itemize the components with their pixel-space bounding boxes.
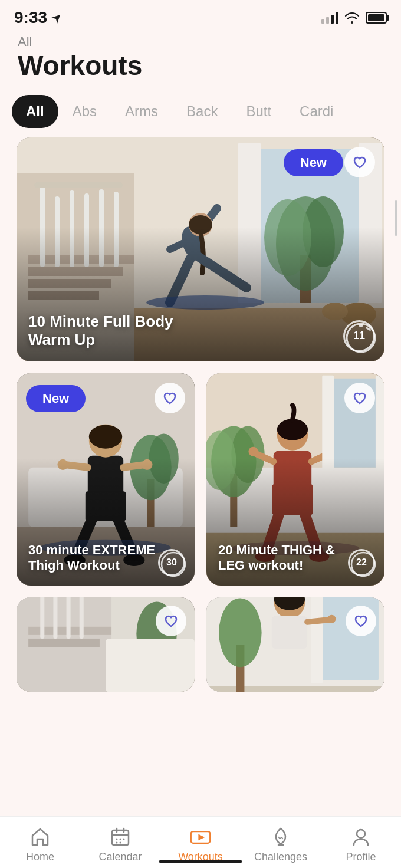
nav-label-home: Home [26,851,54,863]
card-title-1: 10 Minute Full BodyWarm Up [28,313,349,349]
filter-tab-cardio[interactable]: Cardi [285,95,347,128]
home-icon [29,826,51,847]
battery-icon [366,12,387,24]
svg-rect-89 [106,639,195,692]
page-title: Workouts [18,51,383,81]
heart-button-3[interactable] [344,383,375,413]
filter-tab-all[interactable]: All [12,95,58,128]
svg-point-42 [89,425,122,448]
svg-point-66 [248,446,258,456]
workout-card-4[interactable] [17,597,195,692]
svg-point-109 [120,842,121,844]
timer-badge-2: 30 [158,549,185,576]
breadcrumb: All [18,34,383,50]
navigation-icon [51,11,64,24]
svg-point-105 [116,839,118,840]
heart-button-1[interactable] [344,147,375,177]
nav-item-challenges[interactable]: Challenges [251,826,310,863]
badge-new-2: New [26,385,86,412]
svg-rect-76 [376,375,384,470]
svg-point-98 [327,614,336,623]
svg-marker-111 [198,834,205,841]
signal-icon [321,12,338,24]
status-time: 9:33 [14,8,64,27]
nav-item-workouts[interactable]: Workouts [171,826,230,863]
filter-tab-back[interactable]: Back [172,95,232,128]
timer-badge-1: 11 [343,320,375,352]
status-bar: 9:33 [0,0,401,32]
heart-button-2[interactable] [155,383,185,413]
workout-row-2 [17,597,384,692]
card-title-3: 20 Minute THIGH & LEG workout! [218,542,349,574]
svg-rect-91 [206,686,384,692]
svg-rect-86 [80,597,84,639]
wifi-icon [344,12,360,24]
timer-badge-3: 22 [348,549,375,576]
filter-tab-butt[interactable]: Butt [232,95,285,128]
profile-icon [350,826,372,847]
nav-item-calendar[interactable]: Calendar [91,826,150,863]
svg-rect-32 [359,324,363,327]
svg-point-108 [116,842,118,844]
badge-new-1: New [284,149,343,176]
svg-rect-75 [322,375,334,470]
svg-line-97 [307,619,331,622]
nav-item-home[interactable]: Home [11,826,70,863]
nav-item-profile[interactable]: Profile [331,826,390,863]
svg-rect-82 [28,639,100,647]
challenges-icon [270,826,291,847]
svg-rect-83 [40,597,44,639]
workouts-icon [190,826,211,847]
svg-rect-96 [272,616,307,648]
header: All Workouts [0,32,401,90]
heart-button-4[interactable] [156,606,186,636]
nav-label-challenges: Challenges [254,851,307,863]
svg-rect-13 [34,182,123,188]
svg-point-100 [219,598,261,667]
svg-point-113 [357,830,365,838]
workout-card-5[interactable] [206,597,384,692]
workout-card-1[interactable]: New 10 Minute Full BodyWarm Up 11 [17,137,384,361]
content-area: New 10 Minute Full BodyWarm Up 11 [0,137,401,774]
filter-tabs: All Abs Arms Back Butt Cardi [0,90,401,137]
filter-tab-arms[interactable]: Arms [111,95,172,128]
scroll-indicator[interactable] [395,200,397,236]
svg-rect-85 [67,597,71,639]
card-title-2: 30 minute EXTREME Thigh Workout [28,542,159,574]
filter-tab-abs[interactable]: Abs [58,95,111,128]
heart-button-5[interactable] [346,606,376,636]
svg-point-107 [123,839,125,840]
workout-row-1: New 30 minute EXTREME Thigh Workout 30 [17,373,384,586]
workout-card-2[interactable]: New 30 minute EXTREME Thigh Workout 30 [17,373,195,586]
svg-rect-84 [53,597,57,639]
svg-rect-93 [311,597,323,683]
workout-card-3[interactable]: 20 Minute THIGH & LEG workout! 22 [206,373,384,586]
home-indicator [159,860,242,863]
nav-label-profile: Profile [346,851,376,863]
calendar-icon [110,826,131,847]
status-icons [321,12,387,24]
svg-point-106 [120,839,121,840]
nav-label-calendar: Calendar [98,851,142,863]
